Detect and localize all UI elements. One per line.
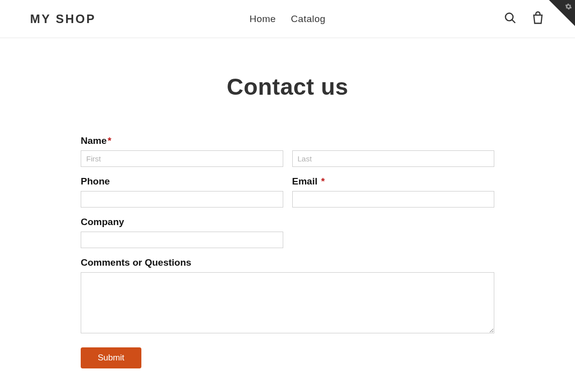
settings-corner-tab[interactable] bbox=[549, 0, 575, 26]
phone-label: Phone bbox=[81, 176, 283, 187]
shop-logo[interactable]: MY SHOP bbox=[30, 12, 96, 26]
name-label: Name* bbox=[81, 135, 494, 146]
required-mark: * bbox=[108, 135, 111, 146]
nav-catalog[interactable]: Catalog bbox=[291, 14, 325, 25]
comments-label: Comments or Questions bbox=[81, 257, 494, 268]
email-input[interactable] bbox=[292, 191, 495, 208]
site-header: MY SHOP Home Catalog bbox=[0, 0, 575, 38]
company-label: Company bbox=[81, 217, 283, 228]
gear-icon bbox=[565, 3, 572, 12]
search-icon bbox=[504, 12, 517, 26]
required-mark: * bbox=[321, 176, 324, 186]
phone-input[interactable] bbox=[81, 191, 283, 208]
page-title: Contact us bbox=[0, 73, 575, 100]
company-input[interactable] bbox=[81, 232, 283, 248]
cart-button[interactable] bbox=[531, 11, 545, 27]
search-button[interactable] bbox=[504, 12, 517, 26]
email-label: Email * bbox=[292, 176, 495, 187]
first-name-input[interactable] bbox=[81, 150, 283, 167]
header-icons bbox=[504, 11, 545, 27]
main-nav: Home Catalog bbox=[250, 14, 326, 25]
submit-button[interactable]: Submit bbox=[81, 347, 141, 368]
svg-point-0 bbox=[505, 13, 513, 21]
nav-home[interactable]: Home bbox=[250, 14, 276, 25]
comments-textarea[interactable] bbox=[81, 272, 494, 333]
cart-icon bbox=[531, 11, 545, 27]
last-name-input[interactable] bbox=[292, 150, 495, 167]
svg-line-1 bbox=[512, 20, 515, 23]
contact-form: Name* Phone Email * Company Comments or … bbox=[81, 135, 494, 383]
